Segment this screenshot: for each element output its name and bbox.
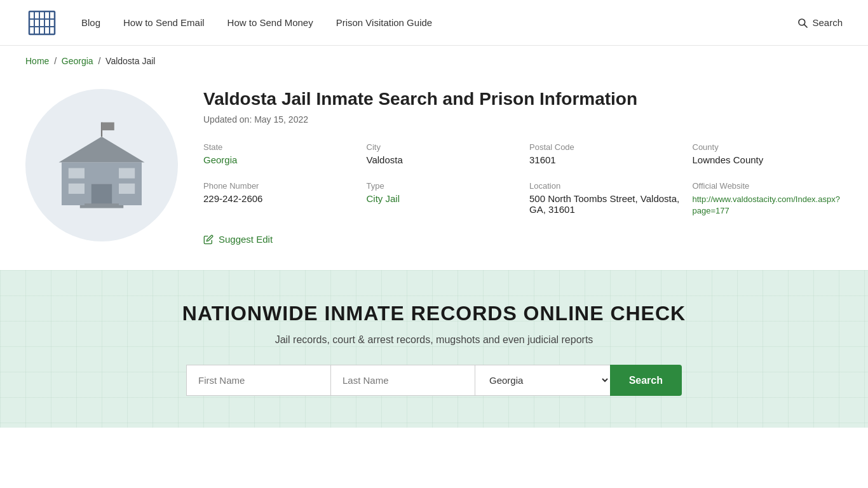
breadcrumb-state[interactable]: Georgia — [62, 56, 93, 66]
website-value[interactable]: http://www.valdostacity.com/Index.aspx?p… — [693, 194, 840, 215]
svg-point-7 — [799, 19, 805, 25]
svg-rect-12 — [102, 123, 114, 131]
suggest-edit-link[interactable]: Suggest Edit — [203, 234, 843, 245]
svg-rect-14 — [69, 168, 85, 179]
prison-image — [25, 89, 178, 241]
location-value: 500 North Toombs Street, Valdosta, GA, 3… — [529, 193, 680, 215]
detail-city: City Valdosta — [367, 142, 517, 166]
svg-rect-16 — [69, 184, 85, 194]
last-name-input[interactable] — [330, 365, 475, 396]
main-content: Valdosta Jail Inmate Search and Prison I… — [0, 76, 868, 270]
state-label: State — [203, 142, 354, 152]
search-icon — [797, 17, 808, 29]
postal-code-value: 31601 — [529, 154, 680, 165]
logo[interactable] — [25, 6, 58, 39]
city-value: Valdosta — [367, 154, 517, 165]
detail-location: Location 500 North Toombs Street, Valdos… — [529, 181, 680, 216]
state-select[interactable]: AlabamaAlaskaArizonaArkansasCaliforniaCo… — [475, 365, 610, 396]
search-label: Search — [812, 17, 843, 28]
website-label: Official Website — [693, 181, 843, 191]
nationwide-search-title: NATIONWIDE INMATE RECORDS ONLINE CHECK — [25, 302, 843, 325]
detail-postal-code: Postal Code 31601 — [529, 142, 680, 166]
svg-rect-15 — [119, 168, 135, 179]
nationwide-search-section: NATIONWIDE INMATE RECORDS ONLINE CHECK J… — [0, 270, 868, 428]
nav-blog[interactable]: Blog — [81, 17, 100, 28]
state-value[interactable]: Georgia — [203, 154, 237, 165]
main-nav: Blog How to Send Email How to Send Money… — [81, 17, 797, 28]
postal-code-label: Postal Code — [529, 142, 680, 152]
nav-how-to-send-money[interactable]: How to Send Money — [227, 17, 313, 28]
nav-how-to-send-email[interactable]: How to Send Email — [123, 17, 205, 28]
first-name-input[interactable] — [186, 365, 330, 396]
phone-value: 229-242-2606 — [203, 193, 354, 204]
svg-rect-19 — [80, 205, 123, 208]
breadcrumb-current: Valdosta Jail — [105, 56, 155, 66]
nationwide-search-subtitle: Jail records, court & arrest records, mu… — [25, 334, 843, 346]
svg-rect-17 — [119, 184, 135, 194]
breadcrumb: Home / Georgia / Valdosta Jail — [0, 46, 868, 76]
type-label: Type — [367, 181, 517, 191]
county-value: Lowndes County — [693, 154, 843, 165]
search-button[interactable]: Search — [610, 365, 682, 396]
updated-date: Updated on: May 15, 2022 — [203, 114, 843, 125]
breadcrumb-home[interactable]: Home — [25, 56, 49, 66]
city-label: City — [367, 142, 517, 152]
suggest-edit-label: Suggest Edit — [219, 234, 273, 245]
nav-prison-visitation-guide[interactable]: Prison Visitation Guide — [336, 17, 432, 28]
svg-rect-0 — [29, 11, 55, 34]
svg-line-8 — [804, 24, 808, 27]
info-section: Valdosta Jail Inmate Search and Prison I… — [203, 89, 843, 245]
search-form: AlabamaAlaskaArizonaArkansasCaliforniaCo… — [186, 365, 682, 396]
detail-type: Type City Jail — [367, 181, 517, 216]
page-title: Valdosta Jail Inmate Search and Prison I… — [203, 89, 843, 109]
type-value[interactable]: City Jail — [367, 193, 400, 204]
detail-website: Official Website http://www.valdostacity… — [693, 181, 843, 216]
detail-phone: Phone Number 229-242-2606 — [203, 181, 354, 216]
phone-label: Phone Number — [203, 181, 354, 191]
county-label: County — [693, 142, 843, 152]
pencil-icon — [203, 234, 214, 245]
prison-building-icon — [44, 114, 159, 216]
svg-rect-13 — [92, 184, 112, 205]
logo-icon — [25, 6, 58, 39]
location-label: Location — [529, 181, 680, 191]
header-search[interactable]: Search — [797, 17, 843, 29]
detail-state: State Georgia — [203, 142, 354, 166]
details-grid: State Georgia City Valdosta Postal Code … — [203, 142, 843, 216]
detail-county: County Lowndes County — [693, 142, 843, 166]
svg-marker-10 — [59, 137, 145, 163]
header: Blog How to Send Email How to Send Money… — [0, 0, 868, 46]
